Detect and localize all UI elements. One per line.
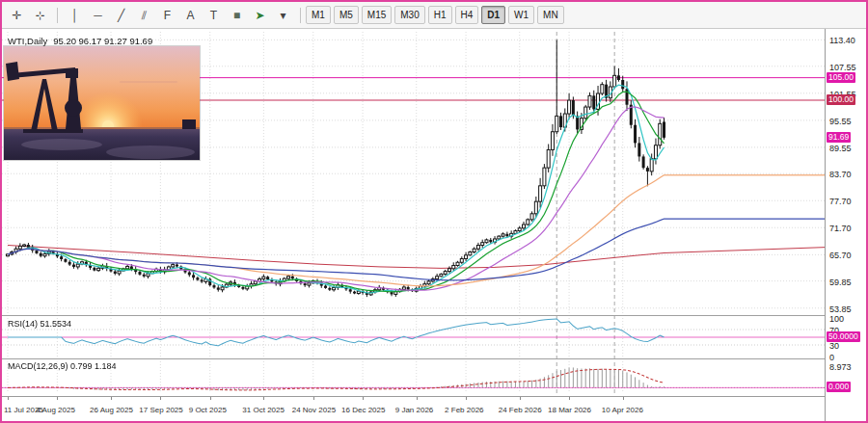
time-axis-tick — [8, 397, 9, 400]
time-axis-label: 4 Aug 2025 — [36, 406, 74, 414]
time-axis-tick — [466, 397, 467, 400]
time-axis-label: 24 Feb 2026 — [499, 406, 542, 414]
price-axis-label: 59.85 — [829, 278, 852, 287]
time-axis-label: 10 Apr 2026 — [602, 406, 643, 414]
arrows-tool[interactable]: ➤ — [249, 5, 271, 26]
price-axis-label: 77.70 — [829, 197, 852, 206]
time-axis-tick — [569, 397, 570, 400]
time-axis-tick — [417, 397, 418, 400]
chart-title: WTI,Daily 95.20 96.17 91.27 91.69 — [8, 36, 152, 46]
shapes-tool[interactable]: ■ — [226, 5, 248, 26]
chart-ohlc-values: 95.20 96.17 91.27 91.69 — [53, 36, 152, 46]
price-axis-label: 71.70 — [829, 224, 852, 233]
timeframe-button-w1[interactable]: W1 — [508, 6, 534, 24]
toolbar-tools: ✛⊹│─╱⫽FAT■➤▾ — [6, 5, 306, 26]
timeframe-button-h1[interactable]: H1 — [428, 6, 452, 24]
macd-indicator-label: MACD(12,26,9) 0.799 1.184 — [8, 361, 117, 371]
time-axis-tick — [160, 397, 161, 400]
text-tool[interactable]: A — [179, 5, 202, 26]
arrows-dropdown[interactable]: ▾ — [272, 5, 294, 26]
time-axis-label: 2 Feb 2026 — [445, 406, 483, 414]
timeframe-toolbar: M1M5M15M30H1H4D1W1MN — [306, 6, 566, 24]
time-axis-label: 31 Oct 2025 — [242, 406, 285, 414]
cursor-tool[interactable]: ⊹ — [29, 5, 51, 26]
price-axis-label: 107.55 — [829, 63, 856, 72]
toolbar: ✛⊹│─╱⫽FAT■➤▾ M1M5M15M30H1H4D1W1MN — [2, 2, 866, 29]
level-badge: 100.00 — [827, 94, 855, 105]
current-price-badge: 91.69 — [827, 132, 851, 143]
time-axis-tick — [520, 397, 521, 400]
price-axis-label: 53.85 — [829, 304, 852, 314]
timeframe-button-m15[interactable]: M15 — [362, 6, 392, 24]
timeframe-button-mn[interactable]: MN — [537, 6, 564, 24]
oil-pump-photo-art — [4, 46, 200, 160]
time-axis-tick — [210, 397, 211, 400]
rsi-axis-label: 30 — [829, 341, 839, 351]
time-axis-label: 9 Jan 2026 — [395, 406, 434, 414]
timeframe-button-m30[interactable]: M30 — [394, 6, 424, 24]
fibonacci-tool[interactable]: F — [156, 5, 178, 26]
time-axis-tick — [313, 397, 314, 400]
channel-tool[interactable]: ⫽ — [133, 5, 155, 26]
price-axis[interactable]: 113.40107.55101.5595.5589.5583.7077.7071… — [825, 29, 866, 421]
horizontal-line-tool[interactable]: ─ — [87, 5, 109, 26]
time-axis-label: 18 Mar 2026 — [548, 406, 591, 414]
rsi-indicator-label: RSI(14) 51.5534 — [8, 319, 71, 329]
level-badge: 105.00 — [827, 72, 855, 83]
timeframe-button-h4[interactable]: H4 — [455, 6, 479, 24]
time-axis-tick — [111, 397, 112, 400]
time-axis-tick — [57, 397, 58, 400]
label-tool[interactable]: T — [203, 5, 225, 26]
time-axis-label: 24 Nov 2025 — [292, 406, 336, 414]
price-axis-label: 95.55 — [829, 117, 852, 126]
time-axis-label: 16 Dec 2025 — [341, 406, 385, 414]
time-axis-label: 17 Sep 2025 — [139, 406, 182, 414]
price-axis-label: 65.70 — [829, 251, 852, 260]
price-axis-label: 83.70 — [829, 170, 852, 179]
mt4-window: ✛⊹│─╱⫽FAT■➤▾ M1M5M15M30H1H4D1W1MN WTI,Da… — [0, 0, 868, 423]
toolbar-separator — [300, 8, 301, 23]
rsi-axis-label: 0 — [829, 353, 834, 362]
timeframe-button-d1[interactable]: D1 — [481, 6, 505, 24]
time-axis-label: 9 Oct 2025 — [189, 406, 227, 414]
chart-symbol-label: WTI,Daily — [8, 36, 47, 46]
price-axis-label: 113.40 — [829, 36, 855, 45]
time-axis-tick — [623, 397, 624, 400]
price-axis-label: 89.55 — [829, 144, 852, 153]
chart-area[interactable]: WTI,Daily 95.20 96.17 91.27 91.69 — [2, 29, 825, 396]
rsi-axis-label: 100 — [829, 314, 844, 324]
timeframe-button-m5[interactable]: M5 — [334, 6, 359, 24]
rsi-level-badge: 50.0000 — [827, 331, 860, 342]
oil-pump-photo[interactable] — [4, 46, 200, 160]
trendline-tool[interactable]: ╱ — [110, 5, 132, 26]
crosshair-tool[interactable]: ✛ — [6, 5, 28, 26]
time-axis-label: 26 Aug 2025 — [90, 406, 133, 414]
time-axis[interactable]: 11 Jul 20254 Aug 202526 Aug 202517 Sep 2… — [2, 396, 825, 422]
vertical-line-tool[interactable]: │ — [64, 5, 86, 26]
macd-axis-label: 8.973 — [829, 362, 852, 372]
timeframe-button-m1[interactable]: M1 — [306, 6, 331, 24]
time-axis-tick — [363, 397, 364, 400]
macd-level-badge: 0.000 — [827, 382, 851, 392]
time-axis-tick — [263, 397, 264, 400]
toolbar-separator — [57, 8, 58, 23]
